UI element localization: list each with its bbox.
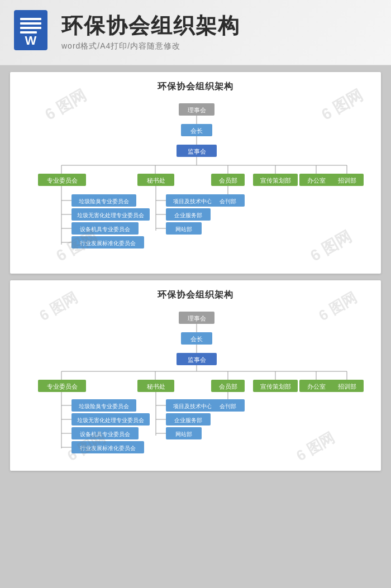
card-1-title: 环保协会组织架构	[21, 81, 370, 93]
svg-text:秘书处: 秘书处	[147, 177, 165, 184]
svg-text:企业服务部: 企业服务部	[174, 212, 202, 218]
svg-text:办公室: 办公室	[307, 177, 326, 184]
svg-text:设备机具专业委员会: 设备机具专业委员会	[80, 431, 130, 437]
card-2-title: 环保协会组织架构	[21, 289, 370, 301]
svg-text:垃圾无害化处理专业委员会: 垃圾无害化处理专业委员会	[77, 417, 144, 423]
svg-text:会长: 会长	[190, 336, 203, 342]
svg-text:项目及技术中心: 项目及技术中心	[173, 403, 212, 409]
svg-text:办公室: 办公室	[307, 383, 326, 390]
header: W 环保协会组织架构 word格式/A4打印/内容随意修改	[0, 0, 391, 65]
org-chart-2: 理事会 会长 监事会 专业委员会 垃圾险臭专业委员会 垃圾无害化处理专业委员会 …	[21, 309, 373, 460]
svg-text:行业发展标准化委员会: 行业发展标准化委员会	[80, 240, 136, 246]
svg-text:理事会: 理事会	[188, 315, 206, 322]
svg-text:设备机具专业委员会: 设备机具专业委员会	[80, 226, 130, 232]
svg-text:垃圾险臭专业委员会: 垃圾险臭专业委员会	[78, 403, 129, 409]
svg-rect-2	[20, 22, 41, 25]
svg-text:专业委员会: 专业委员会	[47, 383, 78, 390]
card-1: 6 图网 6 图网 6 图网 6 图网 环保协会组织架构 理事会 会长 监事会 …	[10, 72, 381, 274]
svg-text:理事会: 理事会	[188, 107, 206, 113]
svg-rect-1	[20, 18, 41, 20]
svg-text:项目及技术中心: 项目及技术中心	[173, 198, 212, 204]
svg-text:W: W	[25, 34, 37, 47]
svg-text:会刊部: 会刊部	[220, 198, 236, 204]
svg-text:企业服务部: 企业服务部	[174, 417, 202, 423]
svg-text:宣传策划部: 宣传策划部	[260, 383, 291, 390]
svg-text:宣传策划部: 宣传策划部	[260, 177, 291, 184]
svg-text:专业委员会: 专业委员会	[47, 177, 78, 184]
svg-text:网站部: 网站部	[175, 431, 192, 437]
header-title: 环保协会组织架构	[61, 13, 240, 39]
svg-rect-3	[20, 27, 41, 29]
svg-text:招训部: 招训部	[337, 383, 356, 390]
svg-text:垃圾险臭专业委员会: 垃圾险臭专业委员会	[78, 198, 129, 204]
svg-text:会长: 会长	[190, 127, 203, 134]
header-subtitle: word格式/A4打印/内容随意修改	[61, 41, 240, 51]
svg-text:垃圾无害化处理专业委员会: 垃圾无害化处理专业委员会	[77, 212, 144, 218]
svg-text:招训部: 招训部	[337, 177, 356, 184]
svg-text:秘书处: 秘书处	[147, 383, 165, 390]
svg-text:会员部: 会员部	[219, 383, 237, 390]
word-icon: W	[11, 10, 50, 55]
header-text: 环保协会组织架构 word格式/A4打印/内容随意修改	[61, 13, 240, 51]
org-chart-1: 理事会 会长 监事会 专业委员会 垃圾险臭专业委员会 垃圾无害化处理专业委员会	[21, 101, 373, 262]
svg-text:监事会: 监事会	[188, 148, 206, 155]
svg-text:会刊部: 会刊部	[220, 403, 236, 409]
svg-text:会员部: 会员部	[219, 177, 237, 184]
svg-text:行业发展标准化委员会: 行业发展标准化委员会	[80, 445, 136, 451]
svg-text:网站部: 网站部	[175, 226, 192, 232]
card-2: 6 图网 6 图网 6 图网 6 图网 环保协会组织架构 理事会 会长 监事会 …	[10, 280, 381, 471]
svg-text:监事会: 监事会	[188, 356, 206, 363]
